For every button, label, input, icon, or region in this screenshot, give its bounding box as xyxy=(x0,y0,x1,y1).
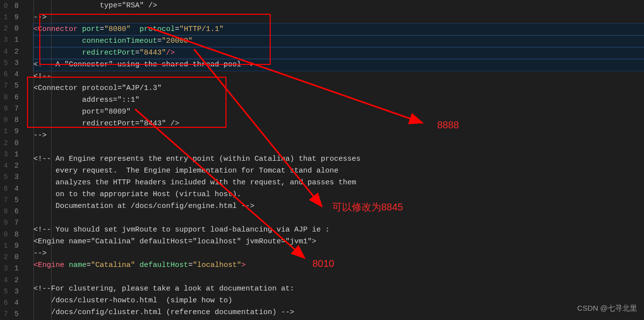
code-line[interactable] xyxy=(33,212,644,224)
code-line[interactable]: --> xyxy=(33,13,47,22)
code-line[interactable]: on to the appropriate Host (virtual host… xyxy=(33,190,241,199)
code-line[interactable]: /docs/config/cluster.html (reference doc… xyxy=(33,308,294,317)
code-line-engine[interactable]: <Engine name="Catalina" defaultHost="loc… xyxy=(33,260,644,271)
code-line[interactable]: <!--For clustering, please take a look a… xyxy=(33,285,294,293)
code-line-connector-ajp[interactable]: <Connector protocol="AJP/1.3" xyxy=(33,84,162,92)
code-line[interactable]: port="8009" xyxy=(33,108,131,116)
code-line[interactable]: <!-- xyxy=(33,72,51,81)
code-line[interactable]: Documentation at /docs/config/engine.htm… xyxy=(33,202,254,210)
code-area[interactable]: type="RSA" /> --> <Connector port="8080"… xyxy=(19,0,644,320)
code-line[interactable]: <!-- A "Connector" using the shared thre… xyxy=(33,60,254,69)
code-line[interactable]: every request. The Engine implementation… xyxy=(33,167,338,175)
code-line[interactable]: redirectPort="8443" /> xyxy=(33,119,179,128)
code-editor[interactable]: 08 19 20 31 42 53 64 75 86 97 08 19 20 3… xyxy=(0,0,644,320)
code-line[interactable]: connectionTimeout="20000" xyxy=(33,35,644,47)
code-line[interactable]: --> xyxy=(33,249,47,258)
code-line[interactable]: type="RSA" /> xyxy=(33,1,157,10)
code-line[interactable]: <!-- An Engine represents the entry poin… xyxy=(33,155,361,163)
code-line[interactable]: address="::1" xyxy=(33,96,140,104)
code-line[interactable]: <Engine name="Catalina" defaultHost="loc… xyxy=(33,237,316,246)
code-line-connector-http[interactable]: <Connector port="8080" protocol="HTTP/1.… xyxy=(33,24,644,35)
code-line[interactable]: analyzes the HTTP headers included with … xyxy=(33,178,356,187)
code-line[interactable]: redirectPort="8443"/> xyxy=(33,47,644,59)
line-number-gutter: 08 19 20 31 42 53 64 75 86 97 08 19 20 3… xyxy=(0,0,19,320)
watermark: CSDN @七寻北里 xyxy=(577,304,637,313)
code-line[interactable]: /docs/cluster-howto.html (simple how to) xyxy=(33,296,232,305)
code-line[interactable]: --> xyxy=(33,131,47,140)
code-line[interactable] xyxy=(33,271,644,283)
code-line[interactable] xyxy=(33,142,644,153)
code-line[interactable]: <!-- You should set jvmRoute to support … xyxy=(33,226,330,234)
